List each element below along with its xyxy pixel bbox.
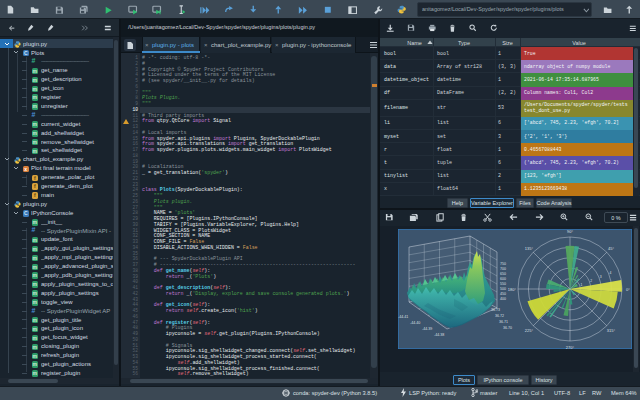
svg-text:36.72: 36.72 [495, 314, 504, 318]
svg-text:180°: 180° [508, 287, 517, 292]
svg-text:500: 500 [500, 287, 506, 291]
svg-text:3: 3 [600, 275, 602, 279]
svg-text:90°: 90° [567, 229, 573, 234]
svg-text:700: 700 [500, 267, 506, 271]
svg-text:450: 450 [500, 292, 506, 296]
svg-text:45°: 45° [608, 246, 614, 251]
svg-text:270°: 270° [566, 345, 575, 350]
svg-text:650: 650 [500, 272, 506, 276]
svg-text:-44.40: -44.40 [410, 321, 420, 325]
svg-text:4: 4 [609, 271, 611, 275]
svg-text:135°: 135° [525, 246, 534, 251]
svg-text:400: 400 [500, 297, 506, 301]
svg-text:36.73: 36.73 [491, 308, 500, 312]
svg-text:2: 2 [590, 279, 592, 283]
svg-text:315°: 315° [607, 328, 616, 333]
svg-text:-44.39: -44.39 [422, 327, 432, 331]
svg-text:550: 550 [500, 282, 506, 286]
svg-text:-44.41: -44.41 [398, 315, 408, 319]
svg-text:-44.38: -44.38 [434, 333, 444, 337]
svg-text:36.71: 36.71 [499, 320, 508, 324]
svg-text:1: 1 [581, 283, 583, 287]
svg-text:0°: 0° [626, 287, 630, 292]
svg-text:750: 750 [500, 262, 506, 266]
svg-text:36.70: 36.70 [503, 326, 512, 330]
svg-text:600: 600 [500, 277, 506, 281]
svg-text:225°: 225° [525, 328, 534, 333]
